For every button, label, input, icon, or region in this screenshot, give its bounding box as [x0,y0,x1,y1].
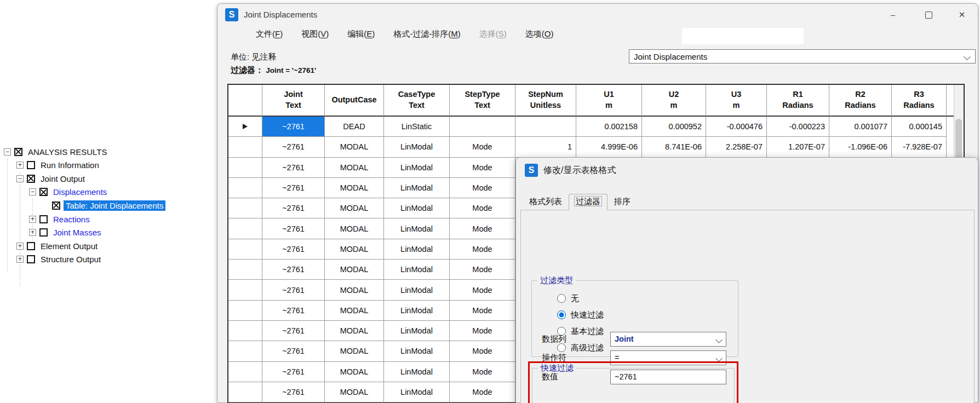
table-cell[interactable]: ~2761 [262,137,325,157]
table-cell[interactable]: Mode [450,218,515,239]
menu-item-o[interactable]: 选项(O) [525,29,554,39]
table-cell[interactable]: DEAD [325,117,384,137]
tree-item-label[interactable]: Element Output [38,241,100,251]
table-cell[interactable]: -1.096E-06 [829,137,892,157]
column-header-steptype[interactable]: StepTypeText [450,85,515,117]
table-cell[interactable]: MODAL [325,218,384,239]
table-cell[interactable]: 1 [515,137,576,157]
table-cell[interactable]: Mode [450,158,515,178]
table-cell[interactable]: 4.999E-06 [576,137,642,157]
table-cell[interactable]: Mode [450,280,515,300]
table-cell[interactable]: ~2761 [262,178,325,198]
expand-icon[interactable]: + [16,256,24,263]
table-cell[interactable]: Mode [450,260,515,280]
column-header-outputcase[interactable]: OutputCase [325,85,384,117]
tree-item-structure-output[interactable]: +Structure Output [0,253,103,266]
close-button[interactable]: ✕ [954,8,970,21]
tree-item-joint-masses[interactable]: +Joint Masses [0,226,104,239]
table-cell[interactable]: LinModal [384,362,450,382]
field-dropdown[interactable]: Joint [610,332,726,347]
tree-checkbox[interactable] [39,215,48,223]
tab-格式列表[interactable]: 格式列表 [524,194,568,210]
column-header-u3[interactable]: U3m [706,85,767,117]
tree-item-reactions[interactable]: +Reactions [0,212,92,226]
table-cell[interactable]: 0.002158 [576,117,642,137]
table-cell[interactable]: MODAL [325,260,384,280]
table-cell[interactable]: LinModal [384,178,450,198]
tree-checkbox[interactable] [27,175,35,183]
table-cell[interactable]: LinModal [384,280,450,300]
table-cell[interactable]: Mode [450,362,515,382]
table-cell[interactable]: LinModal [384,321,450,341]
table-cell[interactable]: LinModal [384,158,450,178]
filter-type-option-2[interactable]: 快速过滤 [557,309,604,320]
table-cell[interactable]: ~2761 [262,341,325,361]
collapse-icon[interactable]: − [4,148,11,156]
table-cell[interactable]: LinModal [384,382,450,402]
table-selector-dropdown[interactable]: Joint Displacements [629,49,976,64]
tree-item-label[interactable]: Run Information [38,160,101,170]
field-dropdown[interactable]: = [610,350,726,365]
radio-button[interactable] [557,294,566,303]
table-cell[interactable]: Mode [450,382,515,402]
table-cell[interactable]: -0.000223 [767,117,829,137]
table-cell[interactable]: ~2761 [262,362,325,382]
table-cell[interactable]: Mode [450,178,515,198]
table-cell[interactable] [515,117,576,137]
menu-item-m[interactable]: 格式-过滤-排序(M) [393,29,461,39]
expand-icon[interactable]: + [16,243,24,250]
table-cell[interactable]: ~2761 [262,117,325,137]
table-cell[interactable]: 8.741E-06 [642,137,706,157]
table-cell[interactable]: ~2761 [262,260,325,280]
tree-item-label[interactable]: Structure Output [38,254,103,264]
table-cell[interactable]: 0.000952 [642,117,706,137]
tree-item-label[interactable]: Reactions [51,214,92,224]
table-cell[interactable]: ~2761 [262,301,325,321]
menu-item-v[interactable]: 视图(V) [301,29,329,39]
radio-button[interactable] [557,310,566,319]
tab-排序[interactable]: 排序 [609,194,636,210]
tab-过滤器[interactable]: 过滤器 [569,194,608,210]
table-cell[interactable]: MODAL [325,301,384,321]
table-cell[interactable]: 0.001077 [829,117,892,137]
collapse-icon[interactable]: − [29,188,36,195]
tree-item-label[interactable]: Table: Joint Displacements [64,200,165,211]
column-header-u2[interactable]: U2m [642,85,706,117]
tree-item-table-joint-displacements[interactable]: Table: Joint Displacements [0,199,165,212]
tree-checkbox[interactable] [39,188,48,196]
table-cell[interactable]: MODAL [325,178,384,198]
table-cell[interactable]: Mode [450,321,515,341]
column-header-r2[interactable]: R2Radians [829,85,892,117]
table-cell[interactable]: 1.207E-07 [767,137,829,157]
tree-item-element-output[interactable]: +Element Output [0,239,100,252]
column-header-r3[interactable]: R3Radians [892,85,947,117]
table-cell[interactable]: ~2761 [262,280,325,300]
table-cell[interactable]: MODAL [325,341,384,361]
tree-item-displacements[interactable]: −Displacements [0,186,109,199]
tree-checkbox[interactable] [27,161,35,169]
menu-item-e[interactable]: 编辑(E) [347,29,375,39]
table-cell[interactable]: -7.928E-07 [892,137,947,157]
table-cell[interactable]: Mode [450,301,515,321]
table-cell[interactable]: MODAL [325,137,384,157]
tree-item-run-information[interactable]: +Run Information [0,159,101,172]
minimize-button[interactable]: – [885,8,901,21]
table-cell[interactable]: Mode [450,198,515,218]
tree-item-analysis-results[interactable]: −ANALYSIS RESULTS [0,145,110,158]
table-cell[interactable]: LinModal [384,137,450,157]
table-cell[interactable]: ~2761 [262,218,325,239]
tree-item-label[interactable]: Joint Output [38,174,87,184]
menu-item-f[interactable]: 文件(F) [256,29,283,39]
table-cell[interactable]: 2.258E-07 [706,137,767,157]
tree-item-label[interactable]: Displacements [51,187,109,197]
tree-item-label[interactable]: Joint Masses [51,227,104,238]
table-cell[interactable]: ~2761 [262,239,325,260]
expand-icon[interactable]: + [29,216,36,223]
table-cell[interactable]: Mode [450,137,515,157]
table-cell[interactable]: LinModal [384,198,450,218]
column-header-casetype[interactable]: CaseTypeText [384,85,450,117]
tree-checkbox[interactable] [14,148,22,156]
filter-type-option-1[interactable]: 无 [557,293,579,304]
table-cell[interactable]: LinModal [384,341,450,361]
table-cell[interactable]: LinModal [384,218,450,239]
